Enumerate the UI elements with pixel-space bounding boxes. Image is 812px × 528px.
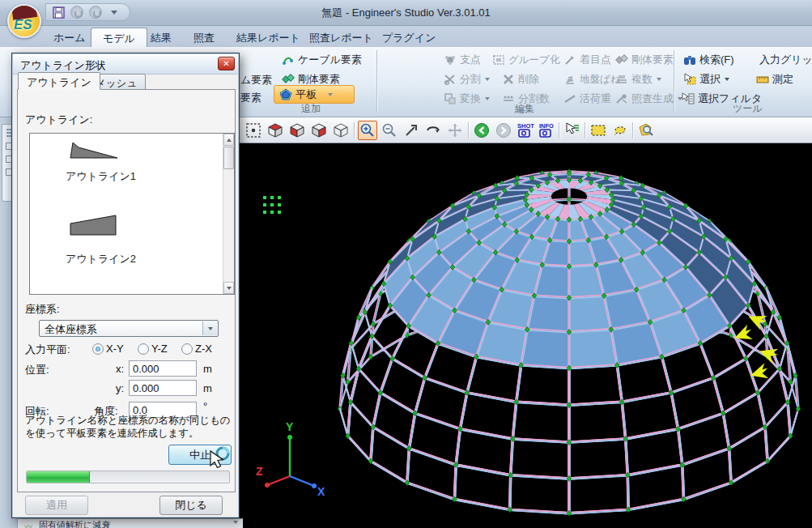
tab-check[interactable]: 照査 (182, 28, 226, 47)
outline-shape-dialog: アウトライン形状 ✕ アウトライン メッシュ アウトライン: アウトライン1 ア… (11, 53, 240, 518)
pointer-select-button[interactable] (563, 121, 582, 140)
x-input[interactable] (129, 360, 197, 377)
combo-arrow[interactable] (202, 321, 217, 335)
input-grid-button[interactable]: 入力グリッド (756, 52, 812, 68)
delete-label: 削除 (518, 72, 539, 87)
tab-results[interactable]: 結果 (139, 28, 183, 47)
rigid-element-grey-icon (615, 53, 628, 66)
tab-home[interactable]: ホーム (42, 28, 97, 47)
view-iso-button[interactable] (266, 121, 285, 140)
flat-plate-dropdown-icon[interactable] (328, 93, 333, 96)
spring-element-label-fragment[interactable]: 要素 (240, 91, 261, 105)
search-button[interactable]: 検索(F) (683, 52, 734, 68)
check-generate-button[interactable]: 照査生成 (615, 91, 682, 107)
outline1-caption[interactable]: アウトライン1 (66, 169, 136, 184)
view-side-button[interactable] (309, 121, 329, 140)
select-icon (683, 73, 696, 86)
cable-element-button[interactable]: ケーブル要素 (282, 52, 362, 68)
fit-view-icon (245, 122, 261, 138)
outline-listbox[interactable]: アウトライン1 アウトライン2 (29, 133, 235, 295)
outline-list-label: アウトライン: (25, 113, 92, 127)
view-front-button[interactable] (287, 121, 307, 140)
listbox-scrollbar[interactable] (223, 134, 234, 294)
select-button[interactable]: 選択 (683, 71, 729, 87)
toolbar-separator (632, 122, 633, 138)
application-menu-button[interactable]: ES (7, 4, 41, 38)
division-count-icon (502, 92, 515, 105)
outline2-shape (67, 213, 121, 237)
multiple-dropdown-icon[interactable] (657, 78, 661, 81)
point-of-interest-label: 着目点 (580, 53, 611, 67)
divide-dropdown-icon[interactable] (485, 78, 490, 81)
outline2-caption[interactable]: アウトライン2 (66, 252, 136, 266)
scroll-down-button[interactable] (223, 282, 234, 294)
zoom-out-button[interactable] (380, 121, 399, 140)
delete-button[interactable]: 削除 (502, 71, 539, 87)
support-button[interactable]: 支点 (444, 52, 481, 68)
zoom-highlight-icon (638, 122, 654, 138)
rigid-element-edit-button[interactable]: 剛体要素 (615, 52, 674, 68)
progress-fill (27, 471, 90, 483)
point-of-interest-button[interactable]: 着目点 (563, 52, 611, 68)
apply-button[interactable]: 適用 (25, 496, 88, 515)
multiple-icon (615, 73, 628, 86)
dialog-title: アウトライン形状 (20, 59, 106, 71)
partial-row-dropdown-icon[interactable] (233, 521, 238, 524)
lasso-select-button[interactable] (610, 121, 630, 140)
scrollbar-thumb[interactable] (223, 147, 234, 169)
info-button[interactable]: INFO (537, 121, 556, 140)
zoom-extents-button[interactable] (402, 121, 421, 140)
input-grid-label: 入力グリッド (759, 53, 812, 67)
radio-plane-yz[interactable]: Y-Z (138, 343, 168, 355)
orbit-button[interactable] (423, 121, 443, 140)
transform-dropdown-icon[interactable] (485, 97, 490, 100)
measure-label: 測定 (772, 72, 793, 87)
y-input[interactable] (129, 380, 197, 396)
coord-system-value: 全体座標系 (45, 323, 97, 335)
y-field-label: y: (116, 382, 124, 394)
rigid-element-edit-label: 剛体要素 (631, 53, 674, 67)
live-load-icon (563, 92, 576, 105)
view-wire-button[interactable] (331, 121, 351, 140)
measure-button[interactable]: 測定 (756, 71, 793, 87)
ground-spring-button[interactable]: 地盤ばね (563, 71, 621, 87)
view-next-button[interactable] (494, 121, 513, 140)
group-label: グループ化 (508, 53, 559, 67)
coord-system-select[interactable]: 全体座標系 (39, 320, 219, 337)
radio-plane-xy[interactable]: X-Y (92, 343, 124, 355)
application-window: 無題 - Engineer's Studio Ver.3.01.01 ES ホー… (0, 0, 812, 528)
dialog-close-button[interactable]: ✕ (218, 57, 235, 70)
toolbar-separator (585, 122, 585, 138)
scroll-up-button[interactable] (223, 134, 234, 146)
search-binoculars-icon (683, 53, 696, 66)
view-cube-top-icon (267, 122, 283, 138)
group-icon (492, 53, 505, 66)
transform-button[interactable]: 変換 (444, 91, 490, 107)
beam-element-label-fragment[interactable]: ム要素 (240, 73, 272, 87)
fit-view-button[interactable] (244, 121, 263, 140)
zoom-in-button[interactable] (358, 121, 377, 140)
live-load-button[interactable]: 活荷重 (563, 91, 611, 107)
radio-plane-zx[interactable]: Z-X (181, 343, 212, 355)
zoom-highlight-button[interactable] (636, 121, 656, 140)
select-dropdown-icon[interactable] (725, 78, 729, 81)
axis-triad: YZX (256, 420, 325, 498)
pan-button[interactable] (445, 121, 465, 140)
rect-select-button[interactable] (589, 121, 608, 140)
shot-button[interactable]: SHOT (516, 121, 535, 140)
group-button[interactable]: グループ化 (492, 52, 559, 68)
outline1-shape (67, 140, 121, 161)
docked-panel-partial-row[interactable]: 〰 固有値解析に減衰 (18, 518, 243, 528)
close-button[interactable]: 閉じる (159, 496, 223, 515)
tab-plugins[interactable]: プラグイン (371, 28, 448, 47)
tab-outline[interactable]: アウトライン (18, 72, 100, 90)
coord-system-label: 座標系: (25, 302, 60, 317)
shot-icon: SHOT (517, 121, 534, 139)
multiple-button[interactable]: 複数 (615, 71, 661, 87)
view-previous-button[interactable] (472, 121, 491, 140)
divide-button[interactable]: 分割 (444, 71, 490, 87)
grid-cursor (263, 196, 281, 214)
flat-plate-button[interactable]: 平板 (274, 85, 355, 104)
divide-icon (444, 73, 457, 86)
toolbar-separator (468, 122, 469, 138)
